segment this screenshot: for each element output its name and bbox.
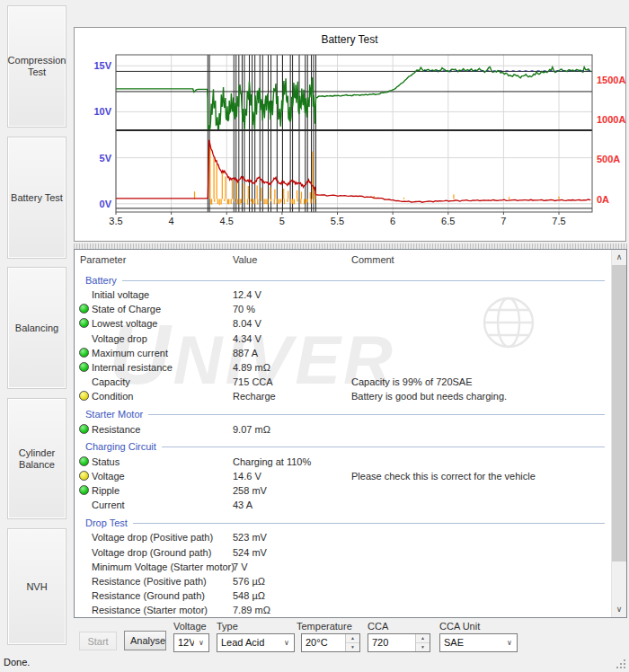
green-status-icon: [79, 456, 89, 466]
table-header: Parameter Value Comment: [75, 250, 612, 270]
sidebar-button-cylinder-balance[interactable]: Cylinder Balance: [7, 398, 66, 519]
table-row-voltage-drop-ground-path[interactable]: Voltage drop (Ground path)524 mV: [75, 545, 612, 560]
row-parameter: Minimum Voltage (Starter motor): [92, 561, 235, 572]
table-row-capacity[interactable]: Capacity715 CCACapacity is 99% of 720SAE: [75, 375, 612, 389]
row-parameter: State of Charge: [92, 304, 161, 314]
row-parameter: Voltage drop (Ground path): [92, 547, 211, 558]
table-row-condition[interactable]: ConditionRechargeBattery is good but nee…: [75, 389, 612, 403]
yellow-status-icon: [79, 391, 89, 401]
field-label-voltage: Voltage: [173, 621, 207, 632]
row-parameter: Current: [92, 500, 125, 510]
table-row-resistance-ground-path[interactable]: Resistance (Ground path)548 µΩ: [75, 588, 612, 603]
green-status-icon: [79, 304, 89, 314]
cca-unit-dropdown[interactable]: SAE∨: [439, 633, 518, 652]
row-value: 43 A: [233, 500, 252, 510]
voltage-dropdown[interactable]: 12V∨: [173, 633, 209, 652]
svg-text:4: 4: [169, 216, 174, 226]
row-value: Recharge: [233, 391, 276, 402]
row-parameter: Initial voltage: [92, 289, 149, 300]
table-row-minimum-voltage-starter-motor[interactable]: Minimum Voltage (Starter motor)7 V: [75, 560, 612, 574]
sidebar-button-compression-test[interactable]: Compression Test: [7, 5, 66, 128]
spin-down-icon[interactable]: ▼: [416, 643, 430, 651]
field-label-cca-unit: CCA Unit: [439, 621, 480, 632]
row-comment: Battery is good but needs charging.: [351, 391, 507, 402]
analyse-button[interactable]: Analyse: [124, 631, 166, 650]
column-header-value[interactable]: Value: [233, 254, 257, 265]
scroll-up-icon[interactable]: ∧: [612, 250, 626, 265]
row-value: 887 A: [233, 348, 258, 358]
table-row-voltage-drop[interactable]: Voltage drop4.34 V: [75, 332, 612, 346]
table-row-state-of-charge[interactable]: State of Charge70 %: [75, 302, 612, 316]
chevron-down-icon[interactable]: ∨: [194, 634, 208, 651]
row-value: 12.4 V: [233, 289, 261, 300]
row-value: 8.04 V: [233, 318, 261, 329]
chevron-down-icon[interactable]: ∨: [279, 634, 294, 651]
spin-up-icon[interactable]: ▲: [416, 634, 430, 643]
green-status-icon: [79, 424, 89, 434]
green-status-icon: [79, 318, 89, 328]
vertical-scrollbar[interactable]: ∧ ∨: [611, 250, 626, 617]
row-value: 7 V: [233, 561, 248, 572]
row-value: 576 µΩ: [233, 576, 265, 587]
table-row-initial-voltage[interactable]: Initial voltage12.4 V: [75, 287, 612, 302]
table-row-resistance-positive-path[interactable]: Resistance (Positive path)576 µΩ: [75, 574, 612, 588]
svg-text:1500A: 1500A: [597, 75, 625, 85]
scroll-down-icon[interactable]: ∨: [612, 602, 626, 617]
row-parameter: Resistance (Starter motor): [92, 605, 208, 615]
table-row-ripple[interactable]: Ripple258 mV: [75, 483, 612, 498]
section-rule: [162, 447, 605, 447]
svg-text:1000A: 1000A: [597, 114, 625, 125]
table-row-internal-resistance[interactable]: Internal resistance4.89 mΩ: [75, 360, 612, 375]
field-label-type: Type: [217, 621, 238, 632]
svg-text:7.5: 7.5: [552, 216, 565, 226]
column-header-parameter[interactable]: Parameter: [80, 254, 126, 265]
scroll-thumb[interactable]: [612, 265, 626, 561]
row-parameter: Resistance (Positive path): [92, 576, 207, 587]
temperature-spinner[interactable]: 20°C▲▼: [301, 633, 360, 652]
table-row-resistance[interactable]: Resistance9.07 mΩ: [75, 422, 612, 437]
spin-down-icon[interactable]: ▼: [346, 643, 359, 651]
table-content: UNIVER BatteryInitial voltage12.4 VState…: [75, 270, 612, 617]
sidebar-button-nvh[interactable]: NVH: [7, 528, 66, 645]
section-rule: [133, 523, 605, 524]
row-parameter: Resistance: [92, 424, 140, 435]
cca-value: 720: [368, 634, 415, 651]
section-title: Battery: [85, 275, 117, 286]
table-row-lowest-voltage[interactable]: Lowest voltage8.04 V: [75, 316, 612, 331]
section-title: Charging Circuit: [85, 441, 156, 452]
spin-up-icon[interactable]: ▲: [346, 634, 359, 643]
svg-text:500A: 500A: [597, 154, 620, 164]
voltage-value: 12V: [174, 634, 194, 651]
cca-spinner[interactable]: 720▲▼: [368, 633, 430, 652]
row-comment: Capacity is 99% of 720SAE: [351, 376, 473, 387]
section-title: Starter Motor: [85, 409, 143, 420]
section-header-drop-test: Drop Test: [85, 516, 605, 529]
row-parameter: Voltage: [92, 471, 125, 482]
section-rule: [122, 280, 605, 281]
row-parameter: Maximum current: [92, 348, 168, 358]
table-row-maximum-current[interactable]: Maximum current887 A: [75, 346, 612, 360]
app-window: Compression TestBattery TestBalancingCyl…: [0, 0, 629, 672]
row-value: 4.34 V: [233, 333, 261, 344]
chevron-down-icon[interactable]: ∨: [502, 634, 517, 651]
table-row-status[interactable]: StatusCharging at 110%: [75, 455, 612, 469]
row-value: 523 mV: [233, 532, 267, 543]
row-parameter: Lowest voltage: [92, 318, 157, 329]
type-dropdown[interactable]: Lead Acid∨: [217, 633, 295, 652]
table-row-voltage[interactable]: Voltage14.6 VPlease check this is correc…: [75, 469, 612, 483]
sidebar-button-battery-test[interactable]: Battery Test: [7, 137, 66, 259]
start-button[interactable]: Start: [79, 632, 117, 650]
svg-text:5V: 5V: [100, 153, 112, 164]
section-rule: [148, 414, 605, 415]
svg-text:5: 5: [279, 216, 285, 226]
sidebar-button-balancing[interactable]: Balancing: [7, 267, 66, 389]
battery-test-chart: Battery Test0V5V10V15V0A500A1000A1500A3.…: [75, 28, 625, 241]
resize-grip[interactable]: [616, 659, 618, 661]
table-row-current[interactable]: Current43 A: [75, 498, 612, 512]
table-row-voltage-drop-positive-path[interactable]: Voltage drop (Positive path)523 mV: [75, 530, 612, 544]
table-row-resistance-starter-motor[interactable]: Resistance (Starter motor)7.89 mΩ: [75, 603, 612, 617]
green-status-icon: [79, 348, 89, 358]
spinner-buttons: ▲▼: [345, 634, 359, 651]
column-header-comment[interactable]: Comment: [351, 254, 394, 265]
green-status-icon: [79, 362, 89, 372]
